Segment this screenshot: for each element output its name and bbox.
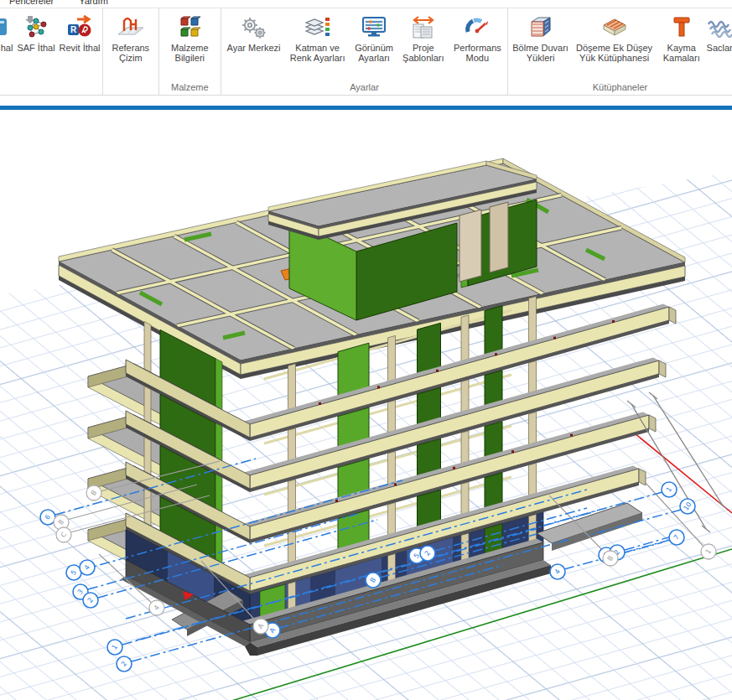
doseme-ek-dusey-label: Döşeme Ek Düşey Yük Kütüphanesi <box>573 43 656 63</box>
ribbon-group-ayarlar: Ayar Merkezi Ka <box>221 8 508 95</box>
axis-bubble[interactable]: 1 <box>662 482 677 497</box>
malzeme-bilgileri-button[interactable]: Malzeme Bilgileri <box>159 11 220 63</box>
axis-bubble[interactable]: B <box>603 551 618 566</box>
ayar-merkezi-label: Ayar Merkezi <box>227 43 281 53</box>
partition-wall-icon <box>527 13 554 43</box>
proje-sablonlari-button[interactable]: Proje Şablonları <box>399 11 448 63</box>
layers-icon <box>304 13 332 43</box>
revit-import-icon: R <box>65 13 94 43</box>
bolme-duvari-button[interactable]: Bölme Duvarı Yükleri <box>508 11 573 63</box>
gear-icon <box>239 13 269 43</box>
import-partial-button[interactable]: hal <box>0 11 13 53</box>
axis-bubble[interactable]: 2 <box>420 546 435 561</box>
revit-ithal-label: Revit İthal <box>60 43 101 53</box>
kayma-kamalari-button[interactable]: Kayma Kamaları <box>656 11 707 63</box>
slab-load-icon <box>600 13 629 43</box>
axis-bubble[interactable]: 4 <box>550 564 565 579</box>
axis-bubble[interactable]: A <box>253 619 268 634</box>
svg-text:R: R <box>70 25 77 34</box>
model-viewport[interactable]: 6 5 4 3 2 1 2 A B 5 2 4 6 2 1 10 7 B 8 C… <box>0 110 732 700</box>
templates-icon <box>409 13 438 43</box>
menu-bar: Pencereler Yardım <box>0 0 732 8</box>
group-label-malzeme: Malzeme <box>159 81 221 95</box>
axis-bubble[interactable]: 2 <box>83 593 98 608</box>
performans-modu-button[interactable]: Performans Modu <box>448 11 507 63</box>
material-info-icon <box>177 13 202 43</box>
referans-cizim-button[interactable]: Referans Çizim <box>104 11 158 63</box>
ribbon-group-referans: Referans Çizim <box>103 8 159 95</box>
saclar-label: Saclar <box>707 43 732 53</box>
gorunum-ayarlari-label: Görünüm Ayarları <box>349 43 399 63</box>
axis-bubble[interactable]: 1 <box>701 544 716 559</box>
performans-modu-label: Performans Modu <box>448 43 507 63</box>
katman-renk-label: Katman ve Renk Ayarları <box>286 43 349 63</box>
import-partial-label: hal <box>1 43 13 53</box>
ribbon-group-kutuphaneler: Bölme Duvarı Yükleri Döşeme Ek Düşey Yük… <box>508 8 732 95</box>
axis-bubble[interactable]: 1 <box>107 640 122 655</box>
axis-bubble[interactable]: 4 <box>149 600 164 615</box>
gorunum-ayarlari-button[interactable]: Görünüm Ayarları <box>349 11 399 63</box>
saf-import-icon <box>22 13 50 43</box>
kayma-kamalari-label: Kayma Kamaları <box>656 43 707 63</box>
referans-cizim-label: Referans Çizim <box>104 43 158 63</box>
axis-bubble[interactable]: C <box>56 527 71 542</box>
ribbon-group-ithal: hal SAF İthal <box>0 8 103 95</box>
saf-ithal-label: SAF İthal <box>17 43 55 53</box>
axis-bubble[interactable]: 7 <box>669 530 684 545</box>
group-label-kutuphaneler: Kütüphaneler <box>508 81 732 95</box>
axis-bubble[interactable]: 4 <box>80 560 95 575</box>
ayar-merkezi-button[interactable]: Ayar Merkezi <box>221 11 286 53</box>
bolme-duvari-label: Bölme Duvarı Yükleri <box>508 43 573 63</box>
saclar-button[interactable]: Saclar <box>707 11 732 53</box>
katman-renk-button[interactable]: Katman ve Renk Ayarları <box>286 11 349 63</box>
axis-bubble[interactable]: 10 <box>680 499 695 514</box>
malzeme-bilgileri-label: Malzeme Bilgileri <box>159 43 220 63</box>
menu-yardim[interactable]: Yardım <box>77 0 110 8</box>
corrugated-sheet-icon <box>707 13 732 43</box>
doseme-ek-dusey-button[interactable]: Döşeme Ek Düşey Yük Kütüphanesi <box>573 11 656 63</box>
reference-drawing-icon <box>117 13 145 43</box>
menu-pencereler[interactable]: Pencereler <box>8 0 55 8</box>
axis-bubble[interactable]: B <box>366 573 381 588</box>
import-icon <box>0 13 13 43</box>
group-label-ithal <box>0 81 102 95</box>
axis-bubble[interactable]: 2 <box>117 656 132 671</box>
ribbon: hal SAF İthal <box>0 8 732 96</box>
group-label-referans <box>103 81 158 95</box>
saf-ithal-button[interactable]: SAF İthal <box>13 11 59 53</box>
shear-stud-icon <box>669 13 694 43</box>
group-label-ayarlar: Ayarlar <box>221 81 507 95</box>
revit-ithal-button[interactable]: R Revit İthal <box>59 11 101 53</box>
axis-bubble[interactable]: B <box>86 485 101 500</box>
proje-sablonlari-label: Proje Şablonları <box>399 43 448 63</box>
monitor-settings-icon <box>361 13 387 43</box>
axis-bubble[interactable]: 6 <box>40 510 55 525</box>
gauge-icon <box>463 13 491 43</box>
scene-canvas[interactable]: 6 5 4 3 2 1 2 A B 5 2 4 6 2 1 10 7 B 8 C… <box>0 110 732 700</box>
ribbon-group-malzeme: Malzeme Bilgileri Malzeme <box>159 8 221 95</box>
